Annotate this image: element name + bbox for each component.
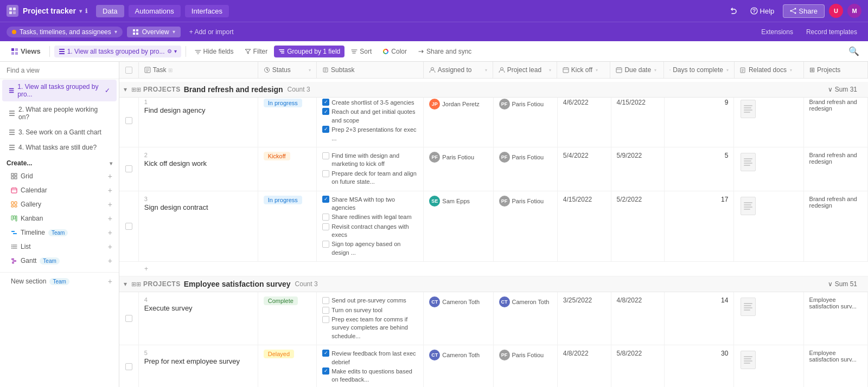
th-kickoff-arrow[interactable]: ▾ bbox=[596, 68, 598, 73]
row-2-checkbox[interactable] bbox=[125, 165, 132, 172]
sidebar-list[interactable]: List + bbox=[0, 240, 119, 254]
gantt-plus[interactable]: + bbox=[108, 256, 112, 265]
row-1-checkbox[interactable] bbox=[125, 117, 132, 124]
group-1-toggle[interactable]: ▾ bbox=[124, 86, 127, 93]
subtask-3-4-cb[interactable] bbox=[322, 241, 329, 248]
subtask-5-1: ✓ Review feedback from last exec debrief bbox=[322, 350, 418, 366]
td-checkbox-3[interactable] bbox=[119, 191, 139, 262]
filter-button[interactable]: Filter bbox=[240, 46, 272, 57]
add-import-button[interactable]: + Add or import bbox=[185, 27, 238, 37]
assigned-name-3: Sam Epps bbox=[442, 198, 470, 204]
help-button[interactable]: Help bbox=[746, 5, 779, 17]
status-badge-2[interactable]: Kickoff bbox=[264, 152, 290, 160]
nav-data-tab[interactable]: Data bbox=[96, 5, 124, 17]
timeline-plus[interactable]: + bbox=[108, 228, 112, 237]
sidebar-grid-label: Grid bbox=[21, 172, 33, 180]
task-2-name[interactable]: Kick off design work bbox=[144, 159, 207, 167]
sidebar-item-1[interactable]: 1. View all tasks grouped by pro... ✓ bbox=[2, 80, 117, 101]
share-sync-button[interactable]: Share and sync bbox=[413, 46, 476, 57]
tasks-tab[interactable]: Tasks, timelines, and assignees ▾ bbox=[7, 27, 123, 37]
gallery-plus[interactable]: + bbox=[108, 200, 112, 209]
subtask-3-2-cb[interactable] bbox=[322, 214, 329, 221]
sidebar-item-3[interactable]: 3. See work on a Gantt chart bbox=[2, 125, 117, 139]
subtask-5-2-cb[interactable]: ✓ bbox=[322, 367, 329, 375]
subtask-5-1-cb[interactable]: ✓ bbox=[322, 350, 329, 357]
sidebar-gallery[interactable]: Gallery + bbox=[0, 197, 119, 211]
subtask-4-3-cb[interactable] bbox=[322, 316, 329, 323]
calendar-plus[interactable]: + bbox=[108, 186, 112, 195]
hide-fields-button[interactable]: Hide fields bbox=[190, 46, 238, 57]
sidebar-item-2[interactable]: 2. What are people working on? bbox=[2, 102, 117, 124]
th-status-arrow[interactable]: ▾ bbox=[309, 68, 311, 73]
current-view-item[interactable]: 1. View all tasks grouped by pro... ⚙ ▾ bbox=[54, 46, 181, 57]
color-button[interactable]: Color bbox=[378, 46, 411, 57]
status-badge-1[interactable]: In progress bbox=[264, 99, 302, 107]
th-checkbox[interactable] bbox=[119, 62, 139, 78]
record-templates-button[interactable]: Record templates bbox=[802, 27, 861, 37]
sidebar-timeline[interactable]: Timeline Team + bbox=[0, 225, 119, 240]
th-due-arrow[interactable]: ▾ bbox=[654, 68, 656, 73]
row-5-checkbox[interactable] bbox=[125, 363, 132, 370]
user-avatar-1[interactable]: U bbox=[829, 4, 843, 18]
subtask-4-2-cb[interactable] bbox=[322, 307, 329, 314]
subtask-2-2-cb[interactable] bbox=[322, 170, 329, 177]
th-days-arrow[interactable]: ▾ bbox=[726, 68, 729, 73]
nav-interfaces-tab[interactable]: Interfaces bbox=[185, 5, 229, 17]
extensions-button[interactable]: Extensions bbox=[757, 27, 797, 37]
subtask-1-2-cb[interactable]: ✓ bbox=[322, 108, 329, 115]
th-task-resize[interactable]: ⊞ bbox=[168, 67, 173, 73]
th-assigned-arrow[interactable]: ▾ bbox=[485, 68, 487, 73]
status-badge-5[interactable]: Delayed bbox=[264, 350, 294, 358]
subtask-1-3-cb[interactable]: ✓ bbox=[322, 126, 329, 133]
subtask-3-3-cb[interactable] bbox=[322, 223, 329, 230]
sidebar-new-section[interactable]: New section Team + bbox=[0, 272, 119, 288]
row-4-checkbox[interactable] bbox=[125, 315, 132, 322]
overview-tab[interactable]: Overview ▾ bbox=[127, 27, 181, 37]
sidebar-grid[interactable]: Grid + bbox=[0, 169, 119, 183]
search-icon[interactable]: 🔍 bbox=[846, 44, 861, 59]
th-lead-arrow[interactable]: ▾ bbox=[549, 68, 551, 73]
kanban-plus[interactable]: + bbox=[108, 214, 112, 223]
group-2-toggle[interactable]: ▾ bbox=[124, 280, 127, 288]
lead-name-1: Paris Fotiou bbox=[512, 101, 544, 107]
sidebar-item-4[interactable]: 4. What tasks are still due? bbox=[2, 140, 117, 154]
status-badge-4[interactable]: Complete bbox=[264, 296, 298, 305]
user-avatar-2[interactable]: M bbox=[847, 4, 861, 18]
new-section-plus[interactable]: + bbox=[108, 277, 112, 286]
sidebar-kanban[interactable]: Kanban + bbox=[0, 211, 119, 225]
subtask-4-1-cb[interactable] bbox=[322, 297, 329, 304]
subtask-3-1-cb[interactable]: ✓ bbox=[322, 196, 329, 203]
grouped-by-button[interactable]: Grouped by 1 field bbox=[274, 46, 344, 57]
td-subtask-2: Find time with design and marketing to k… bbox=[317, 147, 424, 191]
sidebar-search-input[interactable] bbox=[7, 67, 112, 74]
subtask-1-1-cb[interactable]: ✓ bbox=[322, 99, 329, 106]
sidebar-gantt[interactable]: Gantt Team + bbox=[0, 254, 119, 268]
app-title-area[interactable]: Project tracker ▾ ℹ bbox=[23, 7, 87, 15]
task-4-name[interactable]: Execute survey bbox=[144, 304, 193, 312]
status-badge-3[interactable]: In progress bbox=[264, 196, 302, 204]
create-section-header[interactable]: Create... ▾ bbox=[0, 155, 119, 169]
sidebar-calendar[interactable]: Calendar + bbox=[0, 183, 119, 197]
td-checkbox-4[interactable] bbox=[119, 292, 139, 345]
th-related-arrow[interactable]: ▾ bbox=[790, 68, 792, 73]
undo-button[interactable] bbox=[725, 5, 742, 17]
svg-rect-64 bbox=[145, 67, 150, 73]
subtask-4-1-text: Send out pre-survey comms bbox=[331, 296, 406, 305]
td-checkbox-1[interactable] bbox=[119, 94, 139, 147]
grid-plus[interactable]: + bbox=[108, 172, 112, 180]
list-plus[interactable]: + bbox=[108, 242, 112, 251]
add-task-1[interactable]: + bbox=[119, 262, 868, 276]
share-button[interactable]: Share bbox=[783, 4, 825, 18]
nav-automations-tab[interactable]: Automations bbox=[129, 5, 181, 17]
header-checkbox[interactable] bbox=[125, 67, 132, 74]
td-checkbox-2[interactable] bbox=[119, 147, 139, 191]
lead-name-4: Cameron Toth bbox=[512, 299, 550, 305]
task-5-name[interactable]: Prep for next employee survey bbox=[144, 357, 240, 365]
task-1-name[interactable]: Find design agency bbox=[144, 106, 206, 114]
subtask-2-1-cb[interactable] bbox=[322, 152, 329, 159]
td-lead-5: PF Paris Fotiou bbox=[494, 345, 558, 387]
sort-button[interactable]: Sort bbox=[347, 46, 376, 57]
td-checkbox-5[interactable] bbox=[119, 345, 139, 387]
row-3-checkbox[interactable] bbox=[125, 223, 132, 230]
task-3-name[interactable]: Sign design contract bbox=[144, 203, 208, 211]
